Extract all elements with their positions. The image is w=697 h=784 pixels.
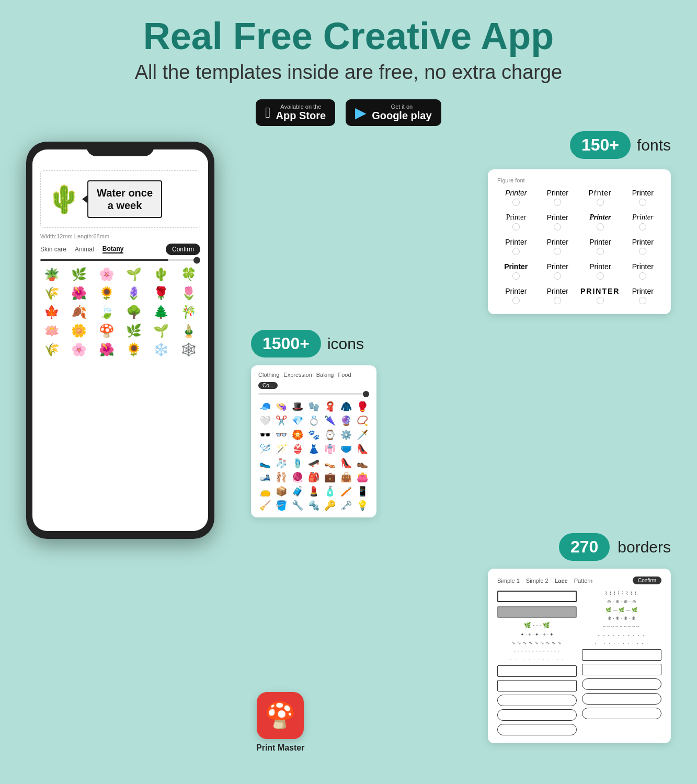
- icon-item[interactable]: 🔮: [339, 415, 353, 426]
- icon-item[interactable]: 🎿: [258, 471, 272, 483]
- font-item[interactable]: Printer: [624, 262, 661, 282]
- borders-tab-simple1[interactable]: Simple 1: [497, 578, 520, 584]
- phone-icon[interactable]: 🌿: [67, 267, 90, 282]
- icon-item[interactable]: 🧴: [323, 486, 337, 497]
- icon-item[interactable]: 🎒: [307, 471, 321, 483]
- icon-item[interactable]: 💡: [356, 500, 369, 511]
- icon-item[interactable]: 🧹: [258, 500, 272, 511]
- phone-icon[interactable]: 🌼: [67, 324, 90, 338]
- font-item[interactable]: Printer: [580, 213, 620, 233]
- icon-item[interactable]: 🌂: [323, 415, 337, 426]
- icon-item[interactable]: 💎: [291, 415, 304, 426]
- font-item[interactable]: Printer: [497, 213, 535, 233]
- icon-item[interactable]: 💄: [307, 486, 321, 497]
- phone-icon[interactable]: 🌻: [122, 342, 145, 357]
- appstore-badge[interactable]:  Available on the App Store: [256, 99, 335, 126]
- font-item[interactable]: PRINTER: [580, 287, 620, 306]
- phone-confirm-btn[interactable]: Confirm: [166, 244, 200, 255]
- icon-item[interactable]: 🐾: [307, 429, 321, 441]
- phone-icon[interactable]: 🌷: [177, 286, 200, 301]
- phone-icon[interactable]: 🌾: [40, 342, 63, 357]
- icon-item[interactable]: 🧦: [275, 457, 288, 469]
- icon-item[interactable]: 👗: [307, 443, 321, 455]
- icon-item[interactable]: 👠: [356, 443, 369, 455]
- icons-tab-food[interactable]: Food: [338, 372, 351, 378]
- icon-item[interactable]: ✂️: [275, 415, 288, 426]
- font-item[interactable]: Pŕnter: [580, 189, 620, 208]
- font-item[interactable]: Printer: [539, 262, 577, 282]
- icon-item[interactable]: 🧢: [258, 401, 272, 412]
- phone-tab-botany[interactable]: Botany: [102, 245, 124, 253]
- borders-confirm-btn[interactable]: Confirm: [633, 577, 661, 584]
- phone-icon[interactable]: 🌸: [67, 342, 90, 357]
- phone-icon[interactable]: 🍁: [40, 305, 63, 319]
- icon-item[interactable]: 🔧: [291, 500, 304, 511]
- icon-item[interactable]: 🧳: [291, 486, 304, 497]
- icon-item[interactable]: 🎩: [291, 401, 304, 412]
- font-item[interactable]: Printer: [624, 213, 661, 233]
- icon-item[interactable]: 🪡: [258, 443, 272, 455]
- icon-item[interactable]: 💍: [307, 415, 321, 426]
- icon-item[interactable]: 🗝️: [339, 500, 353, 511]
- icon-item[interactable]: 🩴: [291, 457, 304, 469]
- phone-icon[interactable]: 🎋: [177, 305, 200, 319]
- font-item[interactable]: Printer: [497, 238, 535, 257]
- phone-icon[interactable]: 🌾: [40, 286, 63, 301]
- phone-icon[interactable]: 🍄: [95, 324, 118, 338]
- font-item[interactable]: Printer: [624, 238, 661, 257]
- icon-item[interactable]: 🧥: [339, 401, 353, 412]
- borders-tab-lace[interactable]: Lace: [555, 578, 568, 584]
- font-item[interactable]: Printer: [539, 213, 577, 233]
- icon-item[interactable]: 👝: [258, 486, 272, 497]
- icons-confirm-btn[interactable]: Co...: [258, 382, 278, 389]
- icon-item[interactable]: 🤍: [258, 415, 272, 426]
- phone-icon[interactable]: 🌻: [95, 286, 118, 301]
- phone-icon[interactable]: 🕸️: [177, 342, 200, 357]
- icon-item[interactable]: 🪥: [339, 486, 353, 497]
- googleplay-badge[interactable]: ▶ Get it on Google play: [346, 99, 441, 126]
- icon-item[interactable]: 👒: [275, 401, 288, 412]
- icon-item[interactable]: 🕶️: [258, 429, 272, 441]
- icon-item[interactable]: 🩲: [339, 443, 353, 455]
- icon-item[interactable]: 🥊: [356, 401, 369, 412]
- icon-item[interactable]: 📱: [356, 486, 369, 497]
- font-item[interactable]: Printer: [580, 238, 620, 257]
- icon-item[interactable]: 🔩: [307, 500, 321, 511]
- icon-item[interactable]: ⌚: [323, 429, 337, 441]
- phone-icon[interactable]: 🍂: [67, 305, 90, 319]
- icon-item[interactable]: 👛: [356, 471, 369, 483]
- phone-icon[interactable]: 🍃: [95, 305, 118, 319]
- icon-item[interactable]: 👞: [356, 457, 369, 469]
- phone-icon[interactable]: 🌸: [95, 267, 118, 282]
- icon-item[interactable]: 🏵️: [291, 429, 304, 441]
- icon-item[interactable]: 🧣: [323, 401, 337, 412]
- phone-icon[interactable]: 🌿: [122, 324, 145, 338]
- phone-icon[interactable]: 🎍: [177, 324, 200, 338]
- phone-icon[interactable]: 🌺: [67, 286, 90, 301]
- font-item[interactable]: Printer: [624, 287, 661, 306]
- icons-tab-clothing[interactable]: Clothing: [258, 372, 279, 378]
- icon-item[interactable]: 📦: [275, 486, 288, 497]
- icons-tab-expression[interactable]: Expression: [283, 372, 312, 378]
- font-item[interactable]: Printer: [497, 189, 535, 208]
- phone-tab-animal[interactable]: Animal: [75, 246, 94, 253]
- borders-tab-simple2[interactable]: Simple 2: [526, 578, 549, 584]
- icon-item[interactable]: 🪄: [275, 443, 288, 455]
- icon-item[interactable]: 👡: [323, 457, 337, 469]
- phone-icon[interactable]: 🍀: [177, 267, 200, 282]
- phone-icon[interactable]: 🪷: [40, 324, 63, 338]
- phone-icon[interactable]: 🪴: [40, 267, 63, 282]
- phone-tab-skincare[interactable]: Skin care: [40, 246, 66, 253]
- phone-icon[interactable]: 🌱: [122, 267, 145, 282]
- font-item[interactable]: Printer: [539, 238, 577, 257]
- phone-icon[interactable]: 🌹: [150, 286, 173, 301]
- icons-tab-baking[interactable]: Baking: [316, 372, 334, 378]
- icon-item[interactable]: 🗡️: [356, 429, 369, 441]
- phone-icon[interactable]: 🪻: [122, 286, 145, 301]
- icon-item[interactable]: 👠: [339, 457, 353, 469]
- borders-tab-pattern[interactable]: Pattern: [574, 578, 592, 584]
- icon-item[interactable]: 🧤: [307, 401, 321, 412]
- phone-icon[interactable]: 🌱: [150, 324, 173, 338]
- icon-item[interactable]: ⚙️: [339, 429, 353, 441]
- icon-item[interactable]: 👓: [275, 429, 288, 441]
